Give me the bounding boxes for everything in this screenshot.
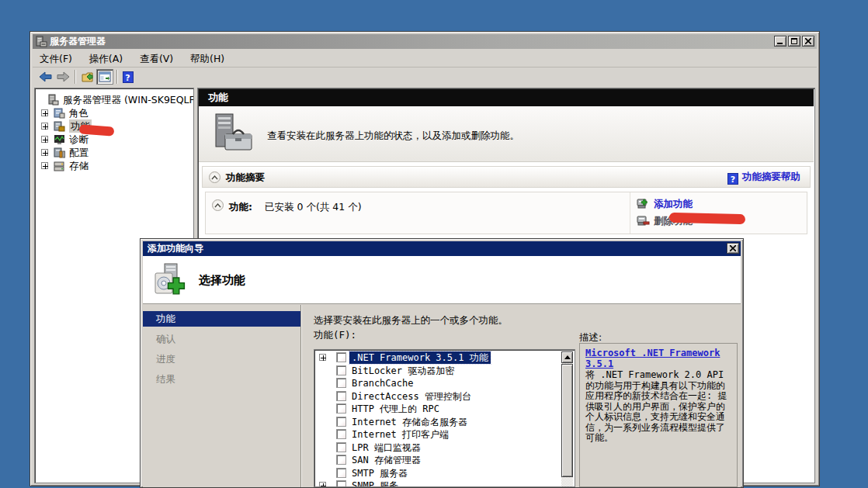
- toolbar-separator: [75, 70, 76, 84]
- collapse-button[interactable]: [212, 199, 224, 211]
- dialog-heading: 选择功能: [199, 256, 245, 304]
- checkbox[interactable]: [336, 352, 346, 362]
- add-feature-wizard-icon: [152, 262, 189, 299]
- feature-row[interactable]: HTTP 代理上的 RPC: [316, 403, 561, 415]
- dialog-title: 添加功能向导: [148, 243, 203, 254]
- up-arrow-icon: [564, 355, 571, 359]
- page-title-bar: 功能: [199, 89, 814, 106]
- show-hide-tree-button[interactable]: [79, 69, 96, 85]
- wizard-content: 选择要安装在此服务器上的一个或多个功能。 功能(F): .NET Framewo…: [302, 305, 741, 487]
- diagnostics-icon: [54, 133, 65, 145]
- step-confirmation: 确认: [143, 331, 300, 347]
- feature-row[interactable]: .NET Framework 3.5.1 功能: [316, 351, 561, 364]
- tree-item-label: 存储: [69, 159, 89, 172]
- tree-item-label: 配置: [69, 146, 89, 159]
- features-list: .NET Framework 3.5.1 功能 BitLocker 驱动器加密 …: [314, 349, 575, 487]
- tree-item-label: 诊断: [69, 133, 89, 146]
- features-toolbox-icon: [211, 112, 256, 156]
- maximize-button[interactable]: [788, 36, 800, 47]
- checkbox[interactable]: [336, 417, 346, 427]
- expand-icon[interactable]: [319, 482, 326, 486]
- menu-help[interactable]: 帮助(H): [183, 50, 231, 67]
- feature-row[interactable]: DirectAccess 管理控制台: [316, 390, 561, 403]
- checkbox[interactable]: [336, 480, 346, 486]
- feature-row[interactable]: BitLocker 驱动器加密: [316, 365, 561, 377]
- expand-icon[interactable]: [319, 354, 326, 361]
- expand-icon[interactable]: [41, 162, 48, 169]
- checkbox[interactable]: [336, 468, 346, 478]
- description-box: Microsoft .NET Framework 3.5.1 将 .NET Fr…: [579, 343, 738, 487]
- step-features: 功能: [143, 311, 300, 327]
- list-scrollbar[interactable]: [561, 351, 573, 486]
- checkbox[interactable]: [336, 378, 346, 388]
- feature-row[interactable]: SNMP 服务: [316, 479, 561, 486]
- wizard-steps: 功能 确认 进度 结果: [143, 305, 300, 487]
- folder-icon: [82, 71, 95, 83]
- expand-icon[interactable]: [41, 149, 48, 156]
- server-manager-icon: [36, 36, 47, 47]
- feature-row[interactable]: SMTP 服务器: [316, 467, 561, 479]
- collapse-button[interactable]: [209, 171, 220, 183]
- feature-row[interactable]: Internet 存储命名服务器: [316, 416, 561, 428]
- feature-row[interactable]: Internet 打印客户端: [316, 428, 561, 441]
- menu-file[interactable]: 文件(F): [33, 50, 79, 67]
- add-features-link[interactable]: 添加功能: [654, 198, 693, 211]
- console-window-icon: [99, 71, 111, 82]
- checkbox[interactable]: [336, 365, 346, 376]
- menu-action[interactable]: 操作(A): [82, 50, 130, 67]
- banner-text: 查看安装在此服务器上功能的状态，以及添加或删除功能。: [267, 130, 519, 143]
- expand-icon[interactable]: [41, 109, 48, 116]
- desktop: 服务器管理器 文件(F) 操作(A) 查看(V) 帮助(H): [0, 0, 868, 488]
- remove-features-icon: [637, 215, 650, 227]
- summary-help-link[interactable]: ?功能摘要帮助: [727, 171, 800, 185]
- page-title: 功能: [208, 92, 228, 103]
- dialog-body: 功能 确认 进度 结果 选择要安装在此服务器上的一个或多个功能。 功能(F): …: [143, 305, 741, 487]
- server-manager-icon: [47, 94, 59, 106]
- feature-row[interactable]: LPR 端口监视器: [316, 441, 561, 454]
- features-count-label: 功能:: [229, 201, 252, 214]
- configuration-icon: [54, 147, 65, 158]
- dialog-close-button[interactable]: [727, 243, 739, 254]
- dialog-titlebar[interactable]: 添加功能向导: [143, 241, 741, 256]
- back-button[interactable]: [37, 69, 54, 85]
- help-button[interactable]: ?: [121, 69, 138, 85]
- step-results: 结果: [143, 372, 300, 387]
- features-icon: [54, 120, 65, 132]
- minimize-button[interactable]: [774, 36, 786, 47]
- checkbox[interactable]: [336, 403, 346, 414]
- checkbox[interactable]: [336, 429, 346, 439]
- add-features-wizard-dialog: 添加功能向导 选择功能 功能 确认 进度: [140, 238, 744, 488]
- tree-root-label: 服务器管理器 (WIN-SK9EQLFGIL: [63, 93, 194, 106]
- checkbox[interactable]: [336, 455, 346, 465]
- summary-title: 功能摘要: [226, 171, 265, 185]
- forward-button[interactable]: [54, 69, 71, 85]
- features-count-value: 已安装 0 个(共 41 个): [265, 201, 362, 214]
- instruction-text: 选择要安装在此服务器上的一个或多个功能。: [314, 314, 508, 327]
- tree-item-label: 角色: [69, 106, 89, 119]
- features-list-label: 功能(F):: [314, 329, 356, 342]
- expand-icon[interactable]: [41, 123, 48, 130]
- close-icon: [730, 245, 736, 251]
- description-text: 将 .NET Framework 2.0 API 的功能与用于构建具有以下功能的…: [585, 370, 731, 444]
- red-annotation-add-features: [669, 213, 745, 225]
- forward-arrow-icon: [56, 71, 70, 82]
- console-properties-button[interactable]: [96, 69, 113, 85]
- menu-view[interactable]: 查看(V): [133, 50, 180, 67]
- checkbox[interactable]: [336, 391, 346, 401]
- window-titlebar[interactable]: 服务器管理器: [33, 34, 817, 49]
- feature-row[interactable]: SAN 存储管理器: [316, 454, 561, 466]
- close-button[interactable]: [802, 36, 814, 47]
- dialog-header: 选择功能: [143, 256, 741, 304]
- help-icon: ?: [123, 71, 134, 83]
- feature-row[interactable]: BranchCache: [316, 377, 561, 389]
- description-link[interactable]: Microsoft .NET Framework 3.5.1: [585, 348, 720, 369]
- help-icon: ?: [727, 173, 738, 185]
- features-banner: 查看安装在此服务器上功能的状态，以及添加或删除功能。: [199, 106, 814, 162]
- checkbox[interactable]: [336, 442, 346, 452]
- roles-icon: [54, 107, 65, 119]
- scroll-up-button[interactable]: [561, 351, 573, 363]
- expand-icon[interactable]: [41, 136, 48, 143]
- window-title: 服务器管理器: [50, 36, 106, 47]
- scrollbar-thumb[interactable]: [561, 364, 573, 477]
- back-arrow-icon: [39, 71, 53, 82]
